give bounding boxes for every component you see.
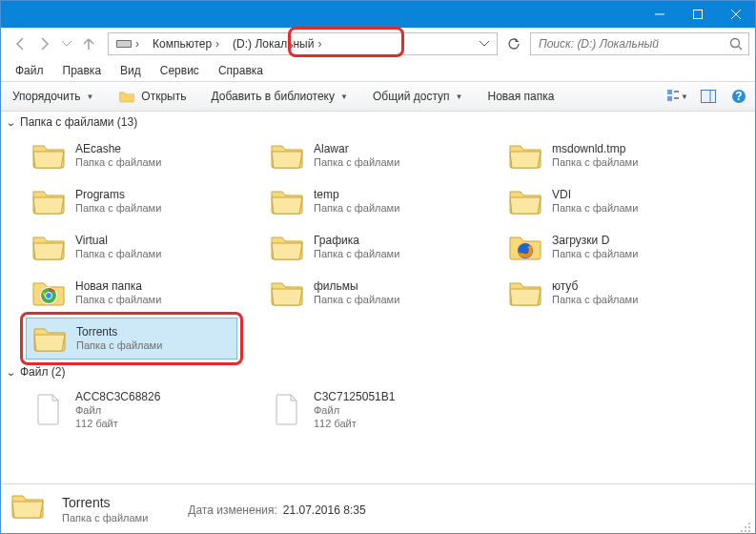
folder-icon [31, 184, 66, 218]
history-dropdown[interactable] [62, 41, 72, 47]
folder-icon [31, 138, 66, 173]
item-type: Папка с файлами [75, 202, 161, 216]
menu-tools[interactable]: Сервис [152, 62, 208, 79]
item-name: Torrents [76, 325, 162, 339]
folder-item[interactable]: AEcasheПапка с файлами [26, 134, 237, 176]
folder-item[interactable]: msdownld.tmpПапка с файлами [502, 134, 714, 176]
item-type: Папка с файлами [75, 156, 161, 170]
path-dropdown-button[interactable] [474, 33, 495, 54]
view-icon [667, 90, 679, 103]
folder-item[interactable]: TorrentsПапка с файлами [26, 318, 237, 359]
folder-item[interactable]: ProgramsПапка с файлами [26, 180, 237, 222]
group-header-folders[interactable]: ⌄ Папка с файлами (13) [5, 112, 755, 133]
item-name: Programs [75, 188, 161, 202]
window-titlebar [1, 1, 755, 28]
up-button[interactable] [81, 36, 96, 51]
folder-icon [270, 230, 304, 264]
svg-point-6 [731, 39, 740, 48]
folder-item[interactable]: VirtualПапка с файлами [26, 226, 237, 268]
folder-icon [270, 276, 304, 310]
back-button[interactable] [12, 36, 28, 51]
close-button[interactable] [717, 1, 755, 28]
add-library-button[interactable]: Добавить в библиотеку ▼ [205, 87, 353, 106]
item-name: msdownld.tmp [552, 142, 638, 156]
item-type: Папка с файлами [314, 202, 399, 216]
svg-point-20 [745, 530, 746, 532]
search-field[interactable] [537, 36, 724, 51]
minimize-button[interactable] [641, 1, 679, 28]
pane-icon [701, 90, 716, 103]
refresh-button[interactable] [503, 33, 524, 54]
file-item[interactable]: C3C7125051B1Файл112 байт [264, 384, 476, 436]
folder-item[interactable]: ютубПапка с файлами [502, 272, 714, 314]
item-name: Новая папка [75, 279, 161, 294]
collapse-caret-icon: ⌄ [6, 117, 15, 128]
breadcrumb-computer[interactable]: Компьютер › [147, 33, 225, 54]
item-type: Папка с файлами [314, 294, 399, 307]
breadcrumb-root[interactable]: › [111, 33, 145, 54]
folder-icon [270, 138, 304, 173]
share-button[interactable]: Общий доступ ▼ [367, 87, 469, 106]
maximize-icon [693, 10, 703, 19]
chevron-right-icon: › [215, 37, 219, 51]
chevron-right-icon: › [317, 37, 321, 51]
folder-item[interactable]: AlawarПапка с файлами [264, 134, 476, 176]
item-name: VDI [552, 188, 638, 202]
file-icon [31, 393, 66, 427]
view-options-button[interactable]: ▼ [667, 86, 688, 107]
folder-item[interactable]: Новая папкаПапка с файлами [26, 272, 237, 314]
breadcrumb-drive[interactable]: (D:) Локальный › [227, 33, 327, 54]
help-button[interactable]: ? [728, 86, 749, 107]
folder-item[interactable]: ГрафикаПапка с файлами [264, 226, 476, 268]
minimize-icon [655, 10, 664, 19]
details-date-key: Дата изменения: [188, 503, 277, 517]
item-type: Папка с файлами [76, 339, 162, 353]
item-name: C3C7125051B1 [314, 390, 395, 404]
svg-point-17 [745, 526, 746, 528]
group-header-files[interactable]: ⌄ Файл (2) [5, 361, 755, 382]
file-list-pane[interactable]: ⌄ Папка с файлами (13) AEcasheПапка с фа… [1, 112, 755, 483]
menu-view[interactable]: Вид [112, 62, 150, 79]
search-input[interactable] [530, 32, 749, 55]
toolbar-label: Добавить в библиотеку [211, 90, 335, 103]
folder-item[interactable]: Загрузки DПапка с файлами [502, 226, 714, 268]
item-name: temp [314, 188, 399, 202]
breadcrumb-label: (D:) Локальный [233, 37, 314, 51]
svg-point-18 [748, 526, 750, 528]
folder-icon [508, 230, 542, 264]
item-type: Папка с файлами [75, 294, 161, 307]
organize-button[interactable]: Упорядочить ▼ [7, 87, 99, 106]
folder-item[interactable]: VDIПапка с файлами [502, 180, 714, 222]
file-item[interactable]: ACC8C3C68826Файл112 байт [26, 384, 237, 436]
open-button[interactable]: Открыть [112, 87, 192, 106]
folder-open-icon [118, 90, 135, 103]
menu-edit[interactable]: Правка [54, 62, 111, 79]
svg-rect-5 [117, 41, 131, 47]
svg-rect-9 [674, 91, 679, 92]
close-icon [731, 10, 741, 19]
chevron-down-icon: ▼ [340, 92, 348, 101]
breadcrumb-label: Компьютер [153, 37, 212, 51]
breadcrumb[interactable]: › Компьютер › (D:) Локальный › [108, 32, 498, 55]
menu-help[interactable]: Справка [210, 62, 272, 79]
collapse-caret-icon: ⌄ [6, 367, 15, 378]
item-type: Папка с файлами [552, 248, 638, 261]
svg-rect-12 [702, 91, 716, 103]
item-type: Файл [314, 404, 395, 418]
forward-button[interactable] [37, 36, 52, 51]
preview-pane-button[interactable] [698, 86, 719, 107]
drive-icon [116, 38, 132, 50]
toolbar-label: Открыть [141, 90, 186, 103]
new-folder-button[interactable]: Новая папка [481, 87, 560, 106]
menu-file[interactable]: Файл [7, 62, 52, 79]
folder-item[interactable]: фильмыПапка с файлами [264, 272, 476, 314]
group-label: Папка с файлами (13) [20, 115, 137, 129]
resize-grip-icon[interactable] [740, 522, 751, 533]
maximize-button[interactable] [679, 1, 717, 28]
item-type: Файл [75, 404, 160, 418]
toolbar-label: Упорядочить [12, 90, 80, 103]
folder-item[interactable]: tempПапка с файлами [264, 180, 476, 222]
toolbar-label: Общий доступ [373, 90, 450, 103]
folder-icon [508, 184, 542, 218]
details-type: Папка с файлами [62, 511, 148, 524]
